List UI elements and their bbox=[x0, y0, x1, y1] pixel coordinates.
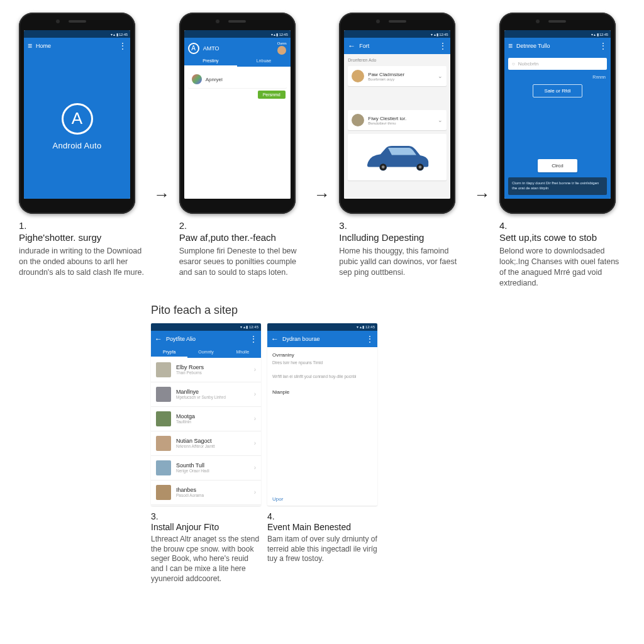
section-heading: Pito feach a sitep bbox=[151, 304, 493, 317]
car-icon bbox=[360, 138, 435, 176]
chevron-right-icon: › bbox=[254, 464, 256, 471]
caption-title: Pighe'shotter. surgy bbox=[19, 232, 145, 243]
status-bar: ▾ ▴ ▮ 12:45 bbox=[344, 30, 450, 38]
search-placeholder: Nobcbrtn bbox=[518, 61, 538, 67]
caption-title: Paw af,puto ther.-feach bbox=[179, 232, 305, 243]
item-title: Fiwy Clestiert ior. bbox=[368, 116, 434, 121]
actionbar-title: Dydran bourae bbox=[282, 336, 362, 342]
tab-bar: Prestiny Lnbuae bbox=[184, 56, 291, 67]
thumbnail-icon bbox=[156, 411, 171, 426]
list-item[interactable]: Sounth TullNerige Oraor Hadi› bbox=[151, 456, 261, 480]
app-icon bbox=[192, 74, 202, 84]
chevron-right-icon: › bbox=[254, 415, 256, 422]
caption-title: Event Main Benested bbox=[267, 522, 377, 533]
tab-2[interactable]: Lnbuae bbox=[237, 56, 291, 67]
thumbnail-icon bbox=[352, 114, 364, 126]
step-4: ▾ ▴ ▮ 12:45 ≡ Detnree Tullo ⋮ ○ Nobcbrtn… bbox=[499, 13, 625, 289]
status-bar: ▾ ▴ ▮ 12:45 bbox=[267, 323, 377, 331]
list-item[interactable]: IhanbesPasodi Aorama› bbox=[151, 480, 261, 505]
bottom-section: Pito feach a sitep ▾ ▴ ▮ 12:45 ← Poytfit… bbox=[0, 304, 644, 584]
item-title: Nutian Sagoct bbox=[176, 438, 249, 444]
item-title: Mootga bbox=[176, 413, 249, 419]
section-sub: Dires lsnr hve npouns Timid bbox=[272, 360, 372, 365]
step-2: ▾ ▴ ▮ 12:45 A AMTO Ovrrn Prestiny bbox=[179, 13, 305, 278]
list-item[interactable]: Nutian SagoctNrkrenn Afféror Jamtt› bbox=[151, 431, 261, 456]
overflow-icon[interactable]: ⋮ bbox=[250, 335, 257, 343]
footer-link[interactable]: Upor bbox=[267, 492, 377, 506]
back-icon[interactable]: ← bbox=[271, 335, 279, 343]
arrow-icon: → bbox=[474, 185, 491, 204]
list-item[interactable]: Apnryel bbox=[188, 70, 287, 88]
chevron-down-icon: ⌄ bbox=[438, 117, 443, 123]
link[interactable]: Rnnnn bbox=[508, 75, 607, 79]
app-brand: Android Auto bbox=[52, 141, 101, 150]
caption-3: 3. Inclluding Depesting Home his thouggy… bbox=[339, 220, 465, 278]
thumbnail-icon bbox=[352, 70, 364, 82]
step-1: ▾ ▴ ▮ 12:45 ≡ Home ⋮ A Android Auto 1. P… bbox=[19, 13, 145, 278]
phone-frame-3: ▾ ▴ ▮ 12:45 ← Fort ⋮ Dronferen Ado Paw C… bbox=[339, 13, 455, 214]
list-item[interactable]: MootgaTaultinin› bbox=[151, 407, 261, 431]
chevron-down-icon: ⌄ bbox=[438, 73, 443, 79]
status-bar: ▾ ▴ ▮ 12:45 bbox=[504, 30, 611, 38]
search-input[interactable]: ○ Nobcbrtn bbox=[508, 58, 607, 70]
action-bar: ≡ Detnree Tullo ⋮ bbox=[504, 38, 611, 54]
outline-button[interactable]: Sale or Rfdl bbox=[533, 84, 583, 97]
overflow-icon[interactable]: ⋮ bbox=[439, 42, 447, 50]
item-subtitle: Pasodi Aorama bbox=[176, 493, 249, 497]
item-title: Elby Roers bbox=[176, 364, 249, 370]
caption-title: Sett up,its cowe to stob bbox=[499, 232, 625, 243]
caption-bottom-right: 4. Event Main Benested Bam itam of over … bbox=[267, 511, 377, 584]
item-label: Apnryel bbox=[206, 77, 283, 82]
menu-icon[interactable]: ≡ bbox=[508, 42, 513, 50]
item-title: Paw Cladmsiser bbox=[368, 72, 434, 77]
item-subtitle: Mpetucsch vr Sunby Linhrd bbox=[176, 395, 249, 399]
tab-1[interactable]: Prestiny bbox=[184, 56, 238, 67]
list-item[interactable]: Fiwy Clestiert ior. Bwsdotlavr thmu ⌄ bbox=[348, 110, 447, 130]
app-brand: AMTO bbox=[203, 45, 219, 52]
tab-3[interactable]: Mholle bbox=[225, 347, 261, 358]
list-item[interactable]: Paw Cladmsiser Bourbniart ouyy ⌄ bbox=[348, 66, 447, 86]
section-body: Wrñfl lan ei slinfit youl conrand hoy-di… bbox=[272, 374, 372, 379]
action-bar: ← Poytfite Alio ⋮ bbox=[151, 331, 261, 347]
caption-title: Install Anjour Fïto bbox=[151, 522, 261, 533]
caption-body: Sumplone firi Deneste to thel bew esaror… bbox=[179, 246, 305, 278]
content-area: Dronferen Ado Paw Cladmsiser Bourbniart … bbox=[344, 54, 450, 199]
arrow-icon: → bbox=[153, 185, 170, 204]
section-label: Dronferen Ado bbox=[348, 58, 447, 62]
actionbar-title: Detnree Tullo bbox=[516, 43, 596, 49]
menu-icon[interactable]: ≡ bbox=[28, 42, 32, 50]
tab-2[interactable]: Oomnty bbox=[187, 347, 224, 358]
content-area: ○ Nobcbrtn Rnnnn Sale or Rfdl Clrcd Ctor… bbox=[504, 54, 611, 199]
overflow-icon[interactable]: ⋮ bbox=[119, 42, 126, 50]
overflow-icon[interactable]: ⋮ bbox=[366, 335, 374, 343]
app-header: A AMTO Ovrrn bbox=[184, 38, 291, 56]
back-icon[interactable]: ← bbox=[155, 335, 162, 343]
item-subtitle: Thari Peborns bbox=[176, 370, 249, 375]
action-bar: ← Fort ⋮ bbox=[344, 38, 450, 54]
list-item[interactable]: Elby RoersThari Peborns› bbox=[151, 358, 261, 382]
caption-body: Lthreact Altr anaget ss the stend the br… bbox=[151, 535, 261, 584]
primary-button[interactable]: Clrcd bbox=[538, 159, 577, 172]
search-icon: ○ bbox=[512, 61, 515, 67]
content-area: Apnryel Persnmd bbox=[184, 67, 291, 199]
tab-bar: Prypfa Oomnty Mholle bbox=[151, 347, 261, 358]
caption-title: Inclluding Depesting bbox=[339, 232, 465, 243]
install-button[interactable]: Persnmd bbox=[258, 91, 286, 99]
footer-note: Ctorn tn tlapy dount Dir fhet bomne tr l… bbox=[508, 177, 607, 195]
list-item[interactable]: ManllnyeMpetucsch vr Sunby Linhrd› bbox=[151, 382, 261, 407]
avatar[interactable] bbox=[277, 46, 286, 55]
actionbar-title: Home bbox=[36, 43, 115, 49]
item-subtitle: Nerige Oraor Hadi bbox=[176, 469, 249, 473]
caption-2: 2. Paw af,puto ther.-feach Sumplone firi… bbox=[179, 220, 305, 278]
actionbar-title: Poytfite Alio bbox=[166, 336, 246, 342]
section-label: Ovrraniny bbox=[272, 352, 372, 358]
chevron-right-icon: › bbox=[254, 391, 256, 397]
list: Elby RoersThari Peborns›ManllnyeMpetucsc… bbox=[151, 358, 261, 506]
section-label: Nianple bbox=[272, 389, 372, 395]
caption-body: Home his thouggy, this famoind pubic yal… bbox=[339, 246, 465, 278]
avatar-label: Ovrrn bbox=[277, 42, 287, 45]
chevron-right-icon: › bbox=[254, 440, 256, 447]
overflow-icon[interactable]: ⋮ bbox=[599, 42, 607, 50]
tab-1[interactable]: Prypfa bbox=[151, 347, 187, 358]
back-icon[interactable]: ← bbox=[348, 42, 355, 50]
